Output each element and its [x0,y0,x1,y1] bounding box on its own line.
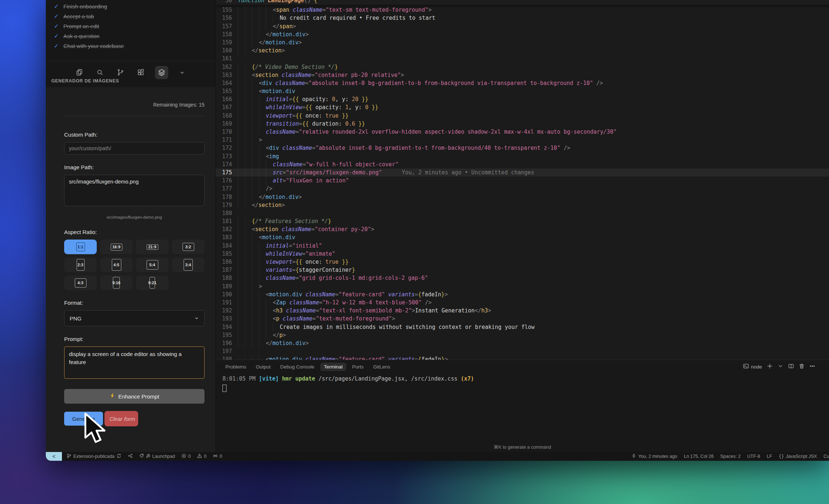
aspect-ratio-3x2[interactable]: 3:2 [172,240,205,254]
code-line-187[interactable]: 187variants={staggerContainer} [216,266,829,274]
layers-icon[interactable] [155,66,168,79]
aspect-ratio-4x5[interactable]: 4:5 [100,257,133,272]
kill-terminal-button[interactable] [799,363,804,370]
eol-status[interactable]: LF [767,454,772,459]
code-line-166[interactable]: 166initial={{ opacity: 0, y: 20 }} [216,95,829,103]
launchpad-status[interactable]: Launchpad [139,453,175,459]
code-line-196[interactable]: 196</motion.div> [216,339,829,347]
code-line-176[interactable]: 176alt="FluxGen in action" [216,177,829,185]
new-terminal-button[interactable] [767,363,773,370]
code-line-194[interactable]: 194Create images in milliseconds without… [216,323,829,331]
warnings-status[interactable]: 0 [197,453,206,459]
code-line-183[interactable]: 183<motion.div [216,233,829,241]
branch-status[interactable]: Extension-publicada [67,453,121,459]
format-select[interactable]: PNG [64,310,205,326]
aspect-ratio-16x9[interactable]: 16:9 [100,240,133,254]
onboarding-item[interactable]: ✓Chat with your codebase [54,41,212,51]
aspect-ratio-4x3[interactable]: 4:3 [64,275,97,290]
code-line-174[interactable]: 174className="w-full h-full object-cover… [216,160,829,168]
code-line-197[interactable]: 197 [216,347,829,355]
code-line-175[interactable]: 175src="src/images/fluxgen-demo.png" You… [216,168,829,177]
code-line-172[interactable]: 172<div className="absolute inset-0 bg-g… [216,144,829,152]
panel-tab-terminal[interactable]: Terminal [320,363,346,371]
panel-tab-problems[interactable]: Problems [222,363,250,371]
code-line-158[interactable]: 158</motion.div> [216,30,829,38]
custom-path-input[interactable] [64,142,205,155]
code-line-188[interactable]: 188className="grid grid-cols-1 md:grid-c… [216,274,829,282]
search-icon[interactable] [93,66,107,79]
terminal-more-actions[interactable] [810,363,815,370]
image-path-input[interactable]: src/images/fluxgen-demo.png [64,175,205,206]
panel-tab-ports[interactable]: Ports [349,363,368,371]
aspect-ratio-9x16[interactable]: 9:16 [100,275,133,290]
clear-button[interactable]: Clear form [104,411,138,426]
code-line-159[interactable]: 159</motion.div> [216,38,829,47]
graph-status[interactable] [128,453,133,459]
split-terminal-button[interactable] [788,363,794,370]
code-line-182[interactable]: 182<section className="container py-20"> [216,225,829,233]
panel-tab-gitlens[interactable]: GitLens [369,363,394,371]
onboarding-item[interactable]: ✓Prompt an edit [54,21,212,31]
code-line-192[interactable]: 192<h3 className="text-xl font-semibold … [216,307,829,315]
aspect-ratio-2x3[interactable]: 2:3 [64,257,97,272]
code-line-185[interactable]: 185whileInView="animate" [216,250,829,258]
prompt-input[interactable]: display a screen of a code editor as sho… [64,346,205,379]
code-line-190[interactable]: 190<motion.div className="feature-card" … [216,290,829,299]
code-line-160[interactable]: 160</section> [216,47,829,55]
copy-icon[interactable] [73,66,86,79]
onboarding-item[interactable]: ✓Finish onboarding [54,1,212,11]
panel-tab-debug-console[interactable]: Debug Console [277,363,318,371]
panel-tab-output[interactable]: Output [252,363,275,371]
code-line-193[interactable]: 193<p className="text-muted-foreground"> [216,315,829,323]
extensions-icon[interactable] [135,66,148,79]
code-line-168[interactable]: 168viewport={{ once: true }} [216,112,829,120]
errors-status[interactable]: 0 [181,453,191,459]
code-line-165[interactable]: 165<motion.div [216,87,829,95]
terminal-shell[interactable]: node [743,363,762,370]
code-line-195[interactable]: 195</p> [216,331,829,339]
remote-indicator[interactable]: < [46,452,62,461]
onboarding-item[interactable]: ✓Accept a tab [54,11,212,21]
code-line-179[interactable]: 179</section> [216,201,829,209]
source-control-icon[interactable] [114,66,127,79]
code-line-169[interactable]: 169transition={{ duration: 0.6 }} [216,120,829,128]
language-status[interactable]: {}JavaScript JSX [779,454,817,459]
cursor-position-status[interactable]: Ln 175, Col 26 [684,454,714,459]
aspect-ratio-1x1[interactable]: 1:1 [64,240,97,254]
code-editor[interactable]: 154</button>155<span className="text-sm … [216,0,829,360]
aspect-ratio-5x4[interactable]: 5:4 [136,257,169,272]
code-line-155[interactable]: 155<span className="text-sm text-muted-f… [216,6,829,14]
code-line-181[interactable]: 181{/* Features Section */} [216,217,829,225]
code-line-189[interactable]: 189> [216,282,829,290]
code-line-161[interactable]: 161 [216,55,829,63]
generate-button[interactable]: Generate [64,412,103,426]
chevron-down-icon[interactable] [176,66,189,79]
indentation-status[interactable]: Spaces: 2 [720,454,741,459]
encoding-status[interactable]: UTF-8 [747,454,760,459]
code-line-162[interactable]: 162{/* Video Demo Section */} [216,63,829,71]
code-line-173[interactable]: 173<img [216,152,829,160]
aspect-ratio-3x4[interactable]: 3:4 [172,257,205,272]
code-line-186[interactable]: 186viewport={{ once: true }} [216,258,829,266]
code-line-167[interactable]: 167whileInView={{ opacity: 1, y: 0 }} [216,103,829,111]
code-line-163[interactable]: 163<section className="container pb-20 r… [216,71,829,79]
terminal-profile-dropdown[interactable] [778,363,783,370]
code-line-184[interactable]: 184initial="initial" [216,242,829,250]
code-line-178[interactable]: 178</motion.div> [216,193,829,201]
ports-status[interactable]: 0 [213,453,222,459]
code-line-170[interactable]: 170className="relative rounded-2xl overf… [216,128,829,136]
aspect-ratio-21x9[interactable]: 21:9 [136,240,169,254]
sticky-line-30[interactable]: 30function LandingPage() { [216,0,829,4]
aspect-ratio-9x21[interactable]: 9:21 [136,275,169,290]
code-line-191[interactable]: 191<Zap className="h-12 w-12 mb-4 text-b… [216,299,829,307]
onboarding-item[interactable]: ✓Ask a question [54,31,212,41]
code-line-171[interactable]: 171> [216,136,829,144]
code-line-164[interactable]: 164<div className="absolute inset-0 bg-g… [216,79,829,87]
code-line-180[interactable]: 180 [216,209,829,217]
code-line-157[interactable]: 157</span> [216,22,829,30]
blame-status[interactable]: You, 2 minutes ago [631,453,677,459]
code-line-177[interactable]: 177/> [216,185,829,193]
code-line-198[interactable]: 198<motion.div className="feature-card" … [216,355,829,360]
enhance-prompt-button[interactable]: Enhance Prompt [64,389,205,404]
cursor-tab-status[interactable]: Cursor Tab [824,454,829,459]
